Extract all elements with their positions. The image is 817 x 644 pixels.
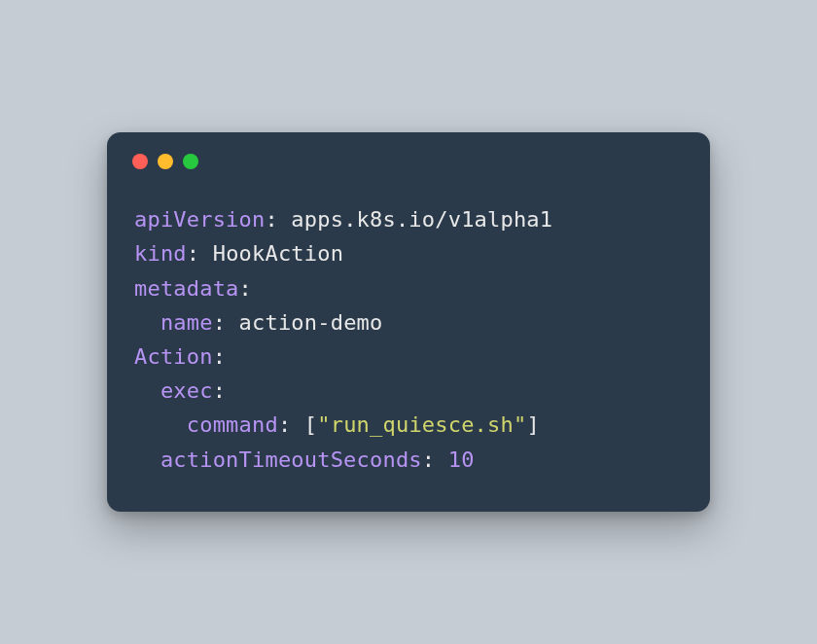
colon: : bbox=[213, 344, 226, 369]
space bbox=[226, 310, 238, 335]
colon: : bbox=[213, 310, 226, 335]
yaml-key-kind: kind bbox=[134, 241, 187, 266]
colon: : bbox=[265, 207, 277, 232]
space bbox=[291, 412, 303, 437]
code-block: apiVersion: apps.k8s.io/v1alpha1 kind: H… bbox=[107, 185, 710, 477]
minimize-icon[interactable] bbox=[158, 154, 173, 169]
indent bbox=[134, 378, 160, 403]
indent bbox=[134, 447, 160, 472]
maximize-icon[interactable] bbox=[183, 154, 198, 169]
yaml-key-action: Action bbox=[134, 344, 213, 369]
yaml-key-metadata: metadata bbox=[134, 276, 239, 301]
colon: : bbox=[239, 276, 252, 301]
yaml-key-timeout: actionTimeoutSeconds bbox=[160, 447, 422, 472]
colon: : bbox=[187, 241, 199, 266]
yaml-key-exec: exec bbox=[160, 378, 213, 403]
indent bbox=[134, 310, 160, 335]
yaml-val-timeout: 10 bbox=[448, 447, 475, 472]
yaml-key-command: command bbox=[187, 412, 278, 437]
space bbox=[278, 207, 291, 232]
yaml-val-apiversion: apps.k8s.io/v1alpha1 bbox=[291, 207, 552, 232]
yaml-val-command: "run_quiesce.sh" bbox=[317, 412, 526, 437]
colon: : bbox=[422, 447, 435, 472]
yaml-val-kind: HookAction bbox=[213, 241, 343, 266]
bracket-close: ] bbox=[526, 412, 539, 437]
space bbox=[199, 241, 212, 266]
window-titlebar bbox=[107, 132, 710, 185]
yaml-key-name: name bbox=[160, 310, 213, 335]
bracket-open: [ bbox=[304, 412, 317, 437]
close-icon[interactable] bbox=[132, 154, 148, 169]
colon: : bbox=[213, 378, 226, 403]
space bbox=[435, 447, 447, 472]
terminal-window: apiVersion: apps.k8s.io/v1alpha1 kind: H… bbox=[107, 132, 710, 512]
yaml-key-apiversion: apiVersion bbox=[134, 207, 265, 232]
indent bbox=[134, 412, 187, 437]
colon: : bbox=[278, 412, 291, 437]
yaml-val-name: action-demo bbox=[239, 310, 383, 335]
